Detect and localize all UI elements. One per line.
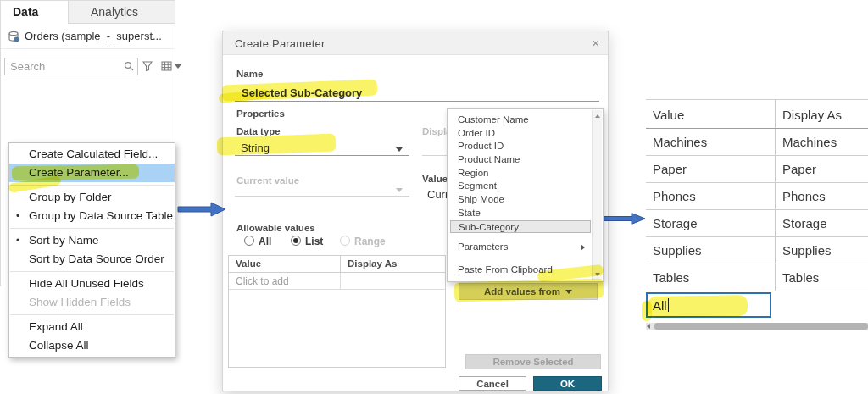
tab-analytics[interactable]: Analytics	[68, 1, 175, 23]
name-value[interactable]: Selected Sub-Category	[242, 86, 362, 99]
display-as-cell[interactable]: Phones	[776, 183, 868, 209]
properties-label: Properties	[236, 108, 285, 119]
filter-icon[interactable]	[142, 61, 153, 71]
scroll-left-icon[interactable]	[647, 324, 650, 329]
value-cell[interactable]: Tables	[646, 264, 776, 291]
field-item-product-id[interactable]: Product ID	[448, 140, 593, 153]
value-cell[interactable]: Storage	[646, 210, 776, 236]
menu-separator	[10, 271, 174, 272]
table-row[interactable]: Machines Machines	[646, 129, 868, 156]
menu-separator	[10, 314, 174, 315]
menu-item-label: Collapse All	[29, 339, 89, 352]
empty-cell	[341, 273, 445, 289]
data-type-underline	[235, 155, 409, 156]
menu-item-label: Sort by Data Source Order	[29, 252, 164, 265]
view-options-icon[interactable]	[161, 61, 172, 71]
field-list: Customer Name Order ID Product ID Produc…	[448, 114, 593, 233]
table-row[interactable]: Click to add	[229, 273, 445, 290]
click-to-add-cell[interactable]: Click to add	[229, 273, 341, 289]
data-type-label: Data type	[236, 126, 281, 136]
data-type-caret-icon[interactable]	[396, 147, 403, 152]
scrollbar-thumb[interactable]	[654, 323, 868, 330]
parameter-values-result-table: Value Display As Machines Machines Paper…	[646, 99, 868, 319]
value-cell[interactable]: Paper	[646, 156, 776, 182]
menu-item-label: Expand All	[29, 320, 83, 333]
menu-item-create-parameter[interactable]: Create Parameter...	[9, 164, 175, 182]
tab-data[interactable]: Data	[1, 1, 68, 24]
search-input[interactable]	[5, 60, 120, 73]
parameters-label: Parameters	[458, 241, 508, 252]
table-row[interactable]: Paper Paper	[646, 156, 868, 183]
menu-item-collapse-all[interactable]: Collapse All	[9, 336, 175, 355]
field-item-segment[interactable]: Segment	[448, 180, 593, 193]
field-item-paste-from-clipboard[interactable]: Paste From Clipboard	[448, 263, 593, 277]
value-cell[interactable]: Machines	[646, 129, 776, 155]
menu-item-label: Sort by Name	[29, 234, 99, 247]
menu-item-sort-by-name[interactable]: • Sort by Name	[9, 231, 175, 250]
table-edit-row: All	[646, 291, 868, 319]
value-edit-cell[interactable]: All	[646, 292, 771, 318]
dialog-titlebar[interactable]: Create Parameter ×	[223, 31, 608, 55]
menu-item-bullet: •	[16, 207, 19, 225]
menu-item-expand-all[interactable]: Expand All	[9, 318, 175, 336]
view-options-caret-icon[interactable]	[175, 64, 181, 69]
menu-item-show-hidden-fields: Show Hidden Fields	[9, 293, 175, 312]
display-as-cell[interactable]: Paper	[776, 156, 868, 182]
datasource-row[interactable]: Orders (sample_-_superst...	[1, 24, 175, 49]
field-item-region[interactable]: Region	[448, 167, 593, 180]
menu-item-hide-all-unused-fields[interactable]: Hide All Unused Fields	[9, 275, 175, 293]
radio-range-label: Range	[354, 236, 386, 247]
field-item-sub-category[interactable]: Sub-Category	[450, 220, 591, 234]
value-cell[interactable]: Phones	[646, 183, 776, 209]
ok-button[interactable]: OK	[533, 376, 602, 391]
menu-item-group-by-folder[interactable]: Group by Folder	[9, 188, 175, 207]
search-box	[4, 58, 138, 75]
field-item-state[interactable]: State	[448, 207, 593, 220]
table-header: Value Display As	[646, 99, 868, 129]
field-item-order-id[interactable]: Order ID	[448, 127, 593, 141]
menu-item-bullet: •	[16, 231, 19, 250]
data-pane-context-menu: Create Calculated Field... Create Parame…	[8, 142, 175, 358]
edit-cell-text: All	[653, 298, 667, 313]
menu-item-label: Create Calculated Field...	[29, 147, 158, 160]
search-icon	[124, 61, 134, 71]
menu-item-label: Create Parameter...	[29, 166, 129, 179]
display-as-cell[interactable]: Tables	[776, 264, 868, 291]
table-row[interactable]: Tables Tables	[646, 264, 868, 291]
display-as-cell[interactable]: Machines	[776, 129, 868, 155]
display-as-cell[interactable]: Supplies	[776, 237, 868, 264]
close-icon[interactable]: ×	[592, 36, 599, 50]
table-row[interactable]: Storage Storage	[646, 210, 868, 237]
display-as-cell[interactable]: Storage	[776, 210, 868, 236]
cancel-button[interactable]: Cancel	[459, 376, 526, 391]
flow-arrow-dialog-to-table	[598, 211, 646, 226]
radio-list-label: List	[305, 236, 323, 247]
field-item-customer-name[interactable]: Customer Name	[448, 114, 593, 127]
name-input-underline	[235, 101, 599, 102]
allowable-values-label: Allowable values	[236, 223, 315, 233]
dialog-title: Create Parameter	[235, 37, 326, 50]
table-row[interactable]: Phones Phones	[646, 183, 868, 210]
horizontal-scrollbar[interactable]	[646, 323, 868, 330]
field-item-ship-mode[interactable]: Ship Mode	[448, 193, 593, 207]
scroll-up-icon[interactable]	[595, 114, 600, 118]
table-row[interactable]: Supplies Supplies	[646, 237, 868, 264]
radio-range	[340, 236, 350, 246]
menu-item-group-by-data-source-table[interactable]: • Group by Data Source Table	[9, 207, 175, 225]
pane-tabs: Data Analytics	[1, 1, 175, 24]
menu-item-sort-by-data-source-order[interactable]: Sort by Data Source Order	[9, 250, 175, 269]
menu-item-create-calculated-field[interactable]: Create Calculated Field...	[9, 145, 175, 164]
field-item-parameters[interactable]: Parameters	[448, 240, 593, 254]
name-label: Name	[236, 69, 263, 79]
text-cursor	[668, 298, 669, 312]
radio-list[interactable]	[291, 236, 301, 246]
scroll-down-icon[interactable]	[595, 273, 600, 276]
field-item-product-name[interactable]: Product Name	[448, 153, 593, 167]
menu-item-label: Group by Folder	[29, 191, 112, 203]
radio-all[interactable]	[244, 236, 254, 246]
data-type-value[interactable]: String	[241, 142, 270, 154]
dropdown-scrollbar[interactable]	[592, 110, 602, 280]
column-header-display-as: Display As	[341, 256, 445, 272]
add-values-from-button[interactable]: Add values from	[459, 283, 598, 300]
value-cell[interactable]: Supplies	[646, 237, 776, 264]
